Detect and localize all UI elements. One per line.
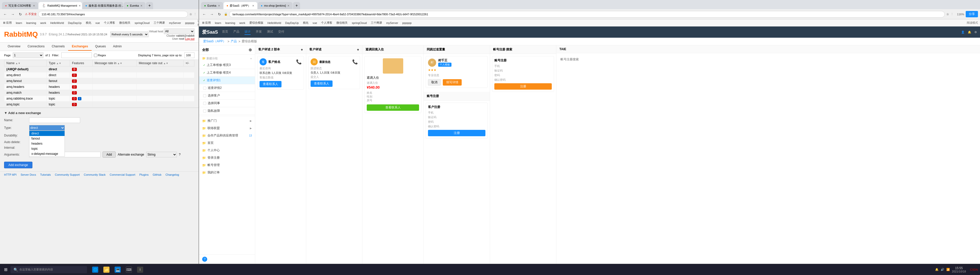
search-bar[interactable]: 🔍 在这里输入您要搜索的内容 xyxy=(11,266,87,273)
rmq-vhost-select[interactable]: All xyxy=(164,28,194,34)
rmq-logout[interactable]: Log out xyxy=(185,37,194,40)
dropdown-option-topic[interactable]: topic xyxy=(29,146,65,151)
bookmark-ppp-r[interactable]: pppppp xyxy=(401,21,413,25)
tab-close-saas[interactable]: ✕ xyxy=(252,4,254,7)
col-features[interactable]: Features xyxy=(70,60,93,66)
col-rate-out[interactable]: Message rate out ▲▼ xyxy=(137,60,183,66)
bookmark-courses-r[interactable]: 三个网课 xyxy=(370,21,383,25)
footer-commercial-support[interactable]: Commercial Support xyxy=(110,173,135,176)
col-name[interactable]: Name ▲▼ xyxy=(4,60,47,66)
tab-csdn[interactable]: ● 写文章-CSDN博客 ✕ xyxy=(2,2,38,9)
bookmark-myserver-r[interactable]: myServer xyxy=(385,21,399,25)
bookmark-blog[interactable]: 个人博客 xyxy=(103,21,116,25)
panel-callback-add[interactable]: + xyxy=(357,47,359,52)
tab-mxshop[interactable]: ● mx-shop [jenkins] ✕ xyxy=(258,2,293,9)
nav-home[interactable]: 首页 xyxy=(222,30,228,35)
address-input-r[interactable] xyxy=(229,11,945,17)
bookmark-daydayup-r[interactable]: DayDayUp xyxy=(284,21,300,25)
sidebar-item-yinsi[interactable]: 隐私故障 xyxy=(199,107,255,115)
bookmark-vue-r[interactable]: vue xyxy=(312,21,318,25)
bookmark-daydayup[interactable]: DayDayUp xyxy=(67,21,83,25)
form-add-arg-btn[interactable]: Add xyxy=(103,152,116,158)
footer-community-support[interactable]: Community Support xyxy=(55,173,80,176)
tab-new-r[interactable]: + xyxy=(293,2,300,9)
breadcrumb-saas[interactable]: 爱SaaS（APP） xyxy=(203,39,226,44)
bookmark-helloworld-r[interactable]: HelloWorld xyxy=(266,21,282,25)
tab-server[interactable]: ● 服务器-轻量应用服务器-控... ✕ xyxy=(83,2,123,9)
tab-close[interactable]: ✕ xyxy=(79,4,81,7)
footer-server-docs[interactable]: Server Docs xyxy=(21,173,36,176)
dropdown-option-xdelayed[interactable]: x-delayed-message xyxy=(29,151,65,156)
forward-btn[interactable]: → xyxy=(10,11,16,17)
col-rate-in[interactable]: Message rate in ▲▼ xyxy=(92,60,137,66)
customer-contact-icon[interactable]: 📞 xyxy=(296,59,302,65)
bookmark-wechat[interactable]: 微信相关 xyxy=(118,21,131,25)
customer-card[interactable]: 客 客户姓名 📞 最近咨询 联系总数 1人回复 0未回复 客服总数值 查看联系人 xyxy=(257,56,304,90)
callback-phone-icon[interactable]: 📞 xyxy=(352,59,358,65)
taskbar-edge[interactable]: 🌐 xyxy=(90,266,100,274)
start-btn[interactable]: ⊞ xyxy=(2,266,10,273)
toolbar-page-select[interactable]: 1 xyxy=(13,52,43,58)
back-btn[interactable]: ← xyxy=(2,11,8,17)
sidebar-item-xuncha1[interactable]: ✓ 巡查评情1 xyxy=(199,77,255,84)
refresh-btn[interactable]: ↻ xyxy=(18,11,24,17)
form-name-input[interactable] xyxy=(29,117,80,123)
footer-github[interactable]: GitHub xyxy=(153,173,161,176)
sidebar-section-shouy[interactable]: 📁 首页 xyxy=(199,139,255,147)
table-row[interactable]: amq.match headers D xyxy=(4,90,194,96)
advertise-cancel-btn[interactable]: 取消 xyxy=(428,79,441,85)
tab-close-r[interactable]: ✕ xyxy=(218,4,220,7)
table-row[interactable]: (AMQP default) direct D xyxy=(4,66,194,72)
advertise-confirm-btn[interactable]: 填写详情 xyxy=(443,79,462,85)
footer-http-api[interactable]: HTTP API xyxy=(4,173,17,176)
sidebar-new-folder[interactable]: 📁 新建分组 + xyxy=(199,55,255,62)
sidebar-item-gongdan3[interactable]: ✓ 上工单维修 维页3 xyxy=(199,62,255,69)
refresh-btn-r[interactable]: ↻ xyxy=(216,11,223,17)
table-row[interactable]: amq.fanout fanout D xyxy=(4,78,194,84)
bookmark-apps-r[interactable]: ⊞ 应用 xyxy=(201,21,212,25)
type-dropdown-list[interactable]: direct fanout headers topic x-delayed-me… xyxy=(29,131,65,156)
nav-design[interactable]: 设计 xyxy=(245,30,251,35)
sidebar-section-personal[interactable]: 📁 个人中心 xyxy=(199,147,255,154)
footer-tutorials[interactable]: Tutorials xyxy=(40,173,51,176)
bookmark-work[interactable]: work xyxy=(39,21,47,25)
form-string-select[interactable]: String xyxy=(146,152,177,157)
nav-deliver[interactable]: 交付 xyxy=(278,30,284,35)
nav-connections[interactable]: Connections xyxy=(24,43,48,51)
extensions-icon-r[interactable]: ⋮ xyxy=(951,13,953,16)
bookmark-work-r[interactable]: work xyxy=(239,21,246,25)
nav-channels[interactable]: Channels xyxy=(48,43,68,51)
bookmark-helloworld[interactable]: HelloWorld xyxy=(49,21,65,25)
sidebar-section-orders[interactable]: 📁 我的订单 xyxy=(199,169,255,176)
nav-test[interactable]: 测试 xyxy=(267,30,273,35)
callback-card[interactable]: 回 最新信息 📞 跟进状态 负责人 1人回复 0未回复 提交人 xyxy=(308,56,360,89)
sidebar-section-lianmeng[interactable]: 📁 联络联盟 ▶ xyxy=(199,125,255,132)
bookmark-learning[interactable]: learning xyxy=(25,21,37,25)
tab-close[interactable]: ✕ xyxy=(33,4,35,7)
dropdown-option-headers[interactable]: headers xyxy=(29,141,65,146)
bookmark-vue[interactable]: vue xyxy=(94,21,101,25)
taskbar-idea[interactable]: I xyxy=(135,266,145,274)
breadcrumb-product[interactable]: 产品 xyxy=(231,39,237,44)
sidebar-item-gongdan4[interactable]: ✓ 上工单维修 维页4 xyxy=(199,69,255,77)
share-btn[interactable]: 分享 xyxy=(966,11,978,17)
table-row[interactable]: amq.direct direct D xyxy=(4,72,194,78)
bookmark-ppp[interactable]: pppppp xyxy=(184,21,196,25)
bookmark-apps[interactable]: ⊞ 应用 xyxy=(2,21,13,25)
dropdown-option-direct[interactable]: direct xyxy=(29,131,65,136)
sidebar-item-xuanze-tongshi[interactable]: 选择同事 xyxy=(199,100,255,107)
extensions-icon[interactable]: ⋮ xyxy=(194,13,197,16)
sidebar-item-xuanze-kehu[interactable]: 选择客户 xyxy=(199,92,255,100)
sidebar-item-xuncha2[interactable]: 巡查评情2 xyxy=(199,84,255,92)
bookmark-stack-r[interactable]: 栈化 xyxy=(302,21,310,25)
bookmark-spring-r[interactable]: springCloud xyxy=(351,21,368,25)
footer-plugins[interactable]: Plugins xyxy=(139,173,148,176)
cn-bell[interactable]: 🔔 xyxy=(968,30,971,34)
help-btn[interactable]: ? xyxy=(202,257,207,262)
bookmark-star[interactable]: ☆ xyxy=(189,13,192,16)
bookmark-template[interactable]: 爱综合模版 xyxy=(248,21,264,25)
table-row[interactable]: amq.rabbitmq.trace topic D I xyxy=(4,96,194,101)
bookmark-star-r[interactable]: ☆ xyxy=(946,13,949,16)
tab-close-mxshop[interactable]: ✕ xyxy=(287,4,290,7)
bookmark-courses[interactable]: 三个网课 xyxy=(153,21,166,25)
